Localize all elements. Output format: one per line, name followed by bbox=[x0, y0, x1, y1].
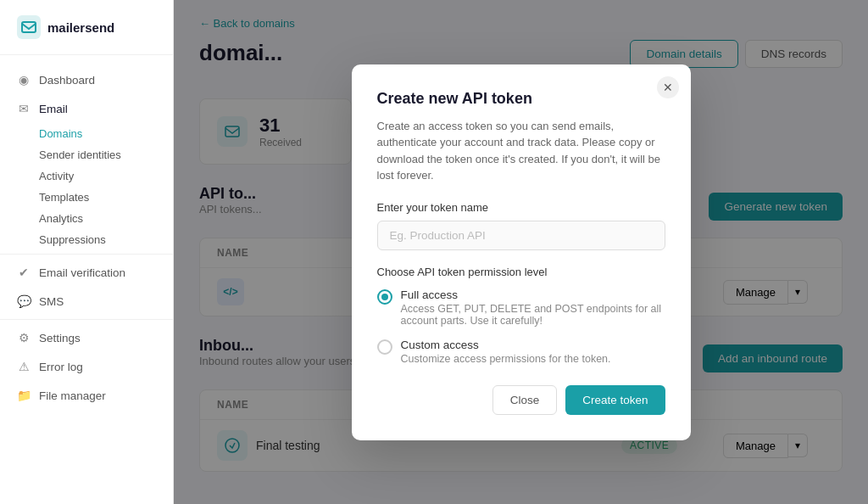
sidebar-item-error-log-label: Error log bbox=[39, 361, 83, 373]
custom-access-description: Customize access permissions for the tok… bbox=[401, 353, 611, 365]
custom-access-radio[interactable] bbox=[377, 339, 392, 355]
modal-overlay[interactable]: ✕ Create new API token Create an access … bbox=[174, 0, 868, 504]
sidebar-item-sms[interactable]: 💬 SMS bbox=[0, 287, 173, 316]
logo-area: mailersend bbox=[0, 0, 173, 55]
full-access-option[interactable]: Full access Access GET, PUT, DELETE and … bbox=[377, 288, 665, 327]
token-name-label: Enter your token name bbox=[377, 201, 665, 214]
sidebar-item-settings[interactable]: ⚙ Settings bbox=[0, 323, 173, 352]
sidebar-item-file-manager[interactable]: 📁 File manager bbox=[0, 381, 173, 410]
file-manager-icon: 📁 bbox=[17, 389, 31, 402]
sidebar-item-activity[interactable]: Activity bbox=[39, 165, 173, 187]
sidebar-item-email-verification[interactable]: ✔ Email verification bbox=[0, 258, 173, 287]
svg-rect-0 bbox=[17, 15, 41, 39]
sidebar-item-analytics[interactable]: Analytics bbox=[39, 208, 173, 229]
sidebar-item-sender-identities[interactable]: Sender identities bbox=[39, 144, 173, 165]
full-access-radio-dot bbox=[381, 294, 388, 300]
sidebar-item-suppressions[interactable]: Suppressions bbox=[39, 229, 173, 250]
sidebar-item-dashboard-label: Dashboard bbox=[39, 74, 95, 87]
sidebar-nav: ◉ Dashboard ✉ Email Domains Sender ident… bbox=[0, 55, 173, 504]
sidebar-item-email-label: Email bbox=[39, 103, 68, 115]
modal-footer: Close Create token bbox=[377, 385, 665, 415]
create-api-token-modal: ✕ Create new API token Create an access … bbox=[352, 64, 691, 440]
sidebar-item-email-verification-label: Email verification bbox=[39, 266, 125, 279]
email-verification-icon: ✔ bbox=[17, 266, 31, 279]
sidebar: mailersend ◉ Dashboard ✉ Email Domains S… bbox=[0, 0, 174, 504]
sidebar-item-file-manager-label: File manager bbox=[39, 389, 106, 402]
sidebar-item-email[interactable]: ✉ Email bbox=[0, 94, 173, 123]
create-token-button[interactable]: Create token bbox=[565, 385, 665, 415]
email-subnav: Domains Sender identities Activity Templ… bbox=[0, 123, 173, 250]
sidebar-item-settings-label: Settings bbox=[39, 332, 81, 344]
custom-access-label: Custom access bbox=[401, 339, 611, 351]
permission-section-title: Choose API token permission level bbox=[377, 266, 665, 278]
email-icon: ✉ bbox=[17, 102, 31, 115]
main-content: ← Back to domains domai... Domain detail… bbox=[174, 0, 868, 504]
dashboard-icon: ◉ bbox=[17, 73, 31, 87]
sidebar-item-error-log[interactable]: ⚠ Error log bbox=[0, 352, 173, 381]
full-access-description: Access GET, PUT, DELETE and POST endpoin… bbox=[401, 303, 665, 327]
custom-access-option[interactable]: Custom access Customize access permissio… bbox=[377, 339, 665, 365]
settings-icon: ⚙ bbox=[17, 331, 31, 344]
sidebar-item-sms-label: SMS bbox=[39, 295, 64, 308]
modal-description: Create an access token so you can send e… bbox=[377, 118, 665, 184]
logo-icon bbox=[17, 15, 41, 39]
sms-icon: 💬 bbox=[17, 294, 31, 308]
modal-title: Create new API token bbox=[377, 90, 665, 108]
sidebar-item-dashboard[interactable]: ◉ Dashboard bbox=[0, 65, 173, 94]
sidebar-item-domains[interactable]: Domains bbox=[39, 123, 173, 144]
close-button[interactable]: Close bbox=[492, 385, 558, 415]
sidebar-item-templates[interactable]: Templates bbox=[39, 187, 173, 208]
full-access-radio[interactable] bbox=[377, 289, 392, 305]
error-log-icon: ⚠ bbox=[17, 360, 31, 373]
full-access-label: Full access bbox=[401, 288, 665, 301]
logo-text: mailersend bbox=[47, 20, 114, 35]
modal-close-button[interactable]: ✕ bbox=[657, 76, 679, 98]
token-name-input[interactable] bbox=[377, 221, 665, 250]
